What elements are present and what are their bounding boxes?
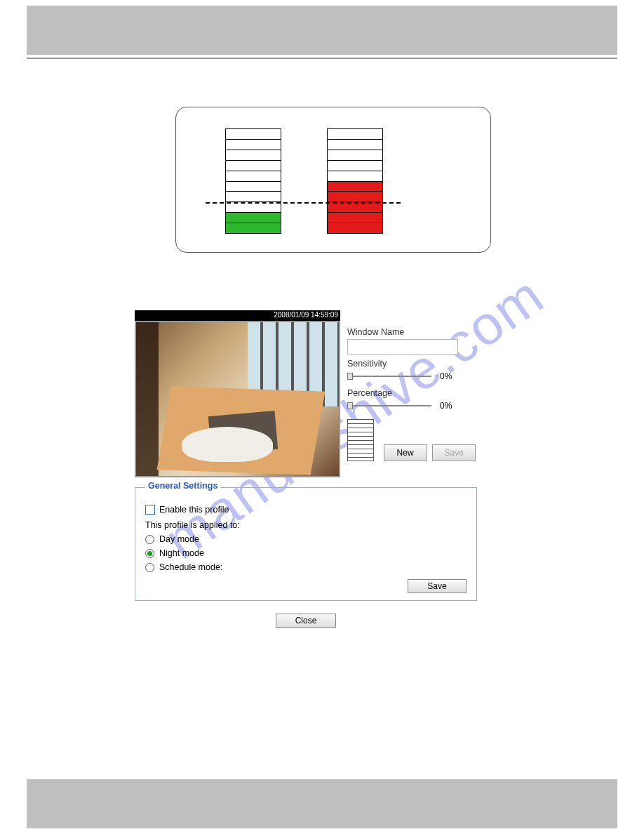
close-button[interactable]: Close — [276, 614, 336, 628]
video-timestamp: 2008/01/09 14:59:09 — [135, 310, 340, 321]
activity-meter-icon — [347, 419, 374, 461]
night-mode-radio[interactable] — [145, 549, 154, 558]
day-mode-radio[interactable] — [145, 535, 154, 544]
video-preview[interactable] — [135, 321, 340, 477]
threshold-diagram — [175, 107, 491, 253]
percentage-value: 0% — [440, 401, 452, 411]
sensitivity-label: Sensitivity — [347, 359, 477, 369]
window-name-input[interactable] — [347, 339, 458, 355]
general-settings-group: General Settings Enable this profile Thi… — [135, 487, 477, 601]
schedule-mode-radio[interactable] — [145, 563, 154, 572]
window-name-label: Window Name — [347, 327, 477, 337]
general-settings-title: General Settings — [145, 481, 220, 491]
enable-profile-checkbox[interactable] — [145, 505, 155, 515]
footer-bar — [27, 779, 617, 828]
motion-settings-panel: 2008/01/09 14:59:09 Window Name Sensitiv… — [135, 310, 477, 628]
schedule-mode-label: Schedule mode: — [159, 562, 222, 572]
percentage-label: Percentage — [347, 388, 477, 398]
header-bar — [27, 6, 617, 55]
meter-below-threshold — [225, 128, 281, 234]
meter-above-threshold — [327, 128, 383, 234]
applied-to-label: This profile is applied to: — [145, 520, 467, 530]
sensitivity-slider[interactable] — [347, 376, 431, 377]
new-button[interactable]: New — [384, 444, 427, 461]
night-mode-label: Night mode — [159, 548, 204, 558]
threshold-line — [206, 202, 401, 204]
save-button[interactable]: Save — [432, 444, 476, 461]
general-save-button[interactable]: Save — [408, 579, 467, 593]
day-mode-label: Day mode — [159, 534, 199, 544]
percentage-slider[interactable] — [347, 405, 431, 406]
sensitivity-value: 0% — [440, 371, 452, 381]
enable-profile-label: Enable this profile — [159, 505, 229, 515]
header-rule — [27, 58, 617, 59]
